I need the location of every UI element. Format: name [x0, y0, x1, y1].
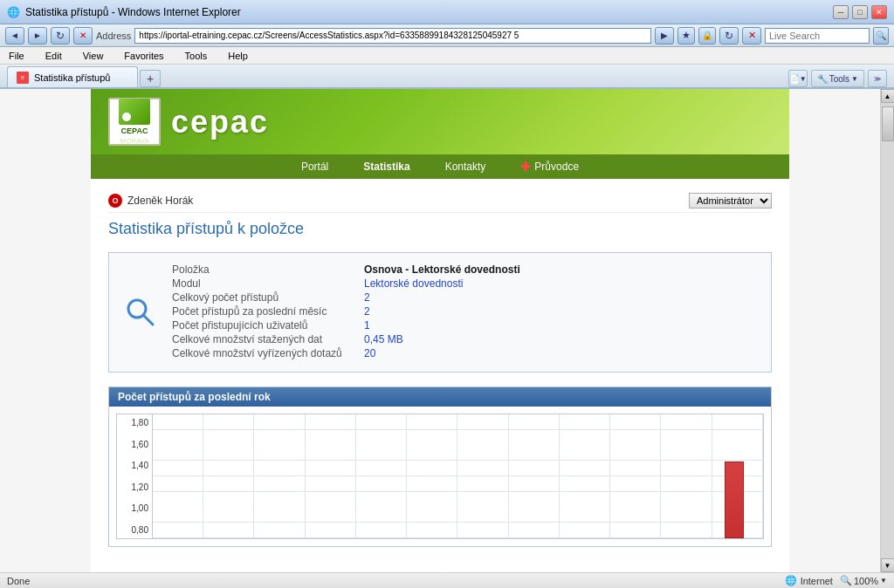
stats-label-1: Modul	[172, 277, 364, 290]
chart-y-axis: 1,80 1,60 1,40 1,20 1,00 0,80	[117, 414, 152, 538]
stats-label-5: Celkové množství stažených dat	[172, 333, 364, 345]
zoom-info: 🔍 100% ▼	[840, 575, 887, 586]
page-menu-button[interactable]: 📄 ▼	[788, 70, 808, 87]
restore-button[interactable]: □	[852, 5, 868, 19]
status-text: Done	[7, 576, 778, 586]
stats-value-2: 2	[364, 291, 370, 304]
menu-favorites[interactable]: Favorites	[120, 51, 167, 61]
nav-kontakty[interactable]: Kontakty	[445, 161, 486, 173]
live-search-input[interactable]	[765, 28, 870, 44]
y-label-3: 1,20	[117, 482, 148, 492]
browser-title-bar: 🌐 Statistika přístupů - Windows Internet…	[0, 0, 894, 24]
chart-section: Počet přístupů za poslední rok 1,80 1,60…	[108, 386, 772, 547]
main-area: CEPAC MORAVA cepac Portál Statistika Kon…	[0, 89, 880, 572]
chart-bar	[725, 462, 744, 538]
stats-search-icon	[123, 295, 158, 330]
y-label-1: 1,60	[117, 440, 148, 449]
stats-row-3: Počet přístupů za poslední měsíc 2	[172, 305, 757, 318]
tools-menu-button[interactable]: 🔧 Tools ▼	[811, 70, 864, 87]
scrollbar-right[interactable]: ▲ ▼	[880, 89, 894, 572]
y-label-0: 1,80	[117, 418, 148, 427]
scrollbar-thumb[interactable]	[882, 106, 894, 141]
status-bar: Done 🌐 Internet 🔍 100% ▼	[0, 572, 894, 588]
user-bar: O Zdeněk Horák Administrátor	[108, 189, 772, 213]
tools-arrow-icon: ▼	[851, 75, 858, 83]
y-label-5: 0,80	[117, 525, 148, 535]
new-tab-button[interactable]: +	[140, 70, 161, 87]
role-select[interactable]: Administrátor	[689, 193, 772, 209]
close-button[interactable]: ✕	[871, 5, 887, 19]
y-label-4: 1,00	[117, 503, 148, 513]
go-button[interactable]: ▶	[655, 27, 674, 44]
stats-row-1: Modul Lektorské dovednosti	[172, 277, 757, 290]
browser-window-controls: ─ □ ✕	[833, 5, 887, 19]
tab-bar: e Statistika přístupů + 📄 ▼ 🔧 Tools ▼ ≫	[0, 65, 894, 89]
menu-bar: File Edit View Favorites Tools Help	[0, 47, 894, 65]
stats-row-6: Celkové množství vyřízených dotazů 20	[172, 347, 757, 359]
zoom-arrow-icon: ▼	[880, 577, 887, 585]
nav-pruvodce[interactable]: ✚ Průvodce	[520, 160, 579, 174]
logo-inner: CEPAC MORAVA	[119, 126, 150, 146]
stop-loading-button[interactable]: ✕	[742, 27, 761, 44]
refresh-button[interactable]: ↻	[51, 27, 70, 44]
y-label-2: 1,40	[117, 461, 148, 470]
extra-options-button[interactable]: ≫	[868, 70, 887, 87]
stats-value-3: 2	[364, 305, 370, 318]
user-icon: O	[108, 194, 122, 208]
globe-icon: 🌐	[785, 575, 797, 586]
forward-button[interactable]: ►	[28, 27, 47, 44]
status-right: 🌐 Internet 🔍 100% ▼	[785, 575, 887, 586]
tools-label: Tools	[829, 74, 849, 84]
stats-label-6: Celkové množství vyřízených dotazů	[172, 347, 364, 359]
stats-label-0: Položka	[172, 263, 364, 276]
nav-portal[interactable]: Portál	[301, 161, 328, 173]
browser-tab-active[interactable]: e Statistika přístupů	[7, 66, 138, 87]
zone-label: Internet	[801, 576, 833, 586]
stats-box: Položka Osnova - Lektorské dovednosti Mo…	[108, 252, 772, 373]
tab-label: Statistika přístupů	[34, 72, 110, 83]
user-name: Zdeněk Horák	[127, 195, 193, 207]
site-header: CEPAC MORAVA cepac	[91, 89, 789, 154]
site-nav: Portál Statistika Kontakty ✚ Průvodce	[91, 154, 789, 179]
site-title: cepac	[171, 104, 269, 140]
logo-box: CEPAC MORAVA	[108, 98, 161, 146]
address-label: Address	[96, 31, 131, 41]
chart-title-bar: Počet přístupů za poslední rok	[109, 387, 771, 407]
stats-label-4: Počet přistupujících uživatelů	[172, 319, 364, 332]
scroll-up-button[interactable]: ▲	[881, 89, 895, 103]
browser-title: Statistika přístupů - Windows Internet E…	[25, 6, 241, 18]
nav-statistika[interactable]: Statistika	[363, 161, 409, 173]
menu-help[interactable]: Help	[224, 51, 251, 61]
stats-row-0: Položka Osnova - Lektorské dovednosti	[172, 263, 757, 276]
live-search-button[interactable]: 🔍	[873, 27, 889, 44]
zoom-value: 100%	[854, 576, 878, 586]
stats-value-5: 0,45 MB	[364, 333, 403, 345]
menu-file[interactable]: File	[5, 51, 28, 61]
back-button[interactable]: ◄	[5, 27, 24, 44]
address-bar: ◄ ► ↻ ✕ Address ▶ ★ 🔒 ↻ ✕ 🔍	[0, 24, 894, 47]
zone-info: 🌐 Internet	[785, 575, 833, 586]
scroll-down-button[interactable]: ▼	[881, 558, 895, 572]
menu-view[interactable]: View	[79, 51, 107, 61]
refresh-page-button[interactable]: ↻	[719, 27, 739, 44]
url-input[interactable]	[134, 28, 651, 44]
stop-button[interactable]: ✕	[73, 27, 93, 44]
stats-row-5: Celkové množství stažených dat 0,45 MB	[172, 333, 757, 345]
tab-right-controls: 📄 ▼ 🔧 Tools ▼ ≫	[788, 70, 887, 87]
cross-icon: ✚	[520, 160, 531, 174]
content-area: O Zdeněk Horák Administrátor Statistika …	[91, 179, 789, 564]
website: CEPAC MORAVA cepac Portál Statistika Kon…	[91, 89, 789, 572]
scrollbar-track[interactable]	[881, 103, 895, 558]
minimize-button[interactable]: ─	[833, 5, 849, 19]
stats-label-3: Počet přístupů za poslední měsíc	[172, 305, 364, 318]
user-info: O Zdeněk Horák	[108, 194, 193, 208]
stats-label-2: Celkový počet přístupů	[172, 291, 364, 304]
stats-value-6: 20	[364, 347, 375, 359]
menu-tools[interactable]: Tools	[182, 51, 211, 61]
menu-edit[interactable]: Edit	[42, 51, 65, 61]
chart-inner: 1,80 1,60 1,40 1,20 1,00 0,80	[116, 414, 764, 539]
page-title: Statistika přístupů k položce	[108, 220, 772, 242]
zoom-icon: 🔍	[840, 575, 852, 586]
chart-area: 1,80 1,60 1,40 1,20 1,00 0,80	[109, 407, 771, 546]
add-favorites-button[interactable]: ★	[677, 27, 695, 44]
